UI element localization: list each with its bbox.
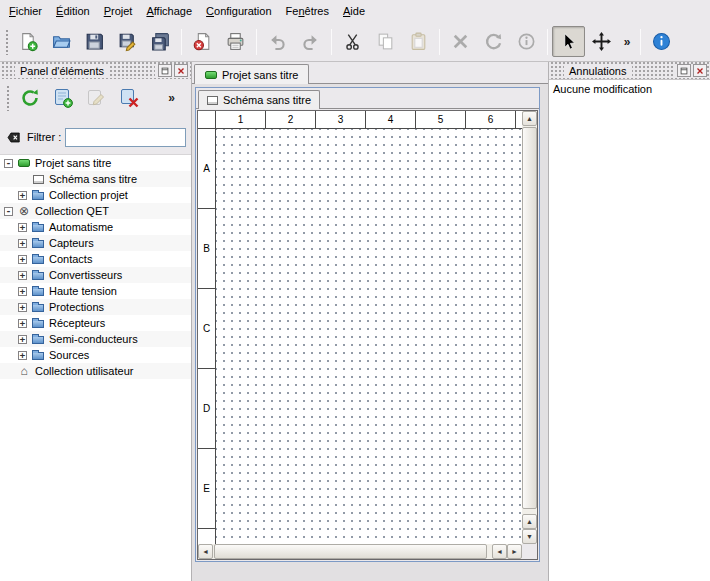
close-document-button[interactable] <box>186 26 219 57</box>
undo-panel-titlebar[interactable]: Annulations <box>549 62 710 79</box>
delete-button[interactable] <box>444 26 477 57</box>
tree-item-semi-conducteurs[interactable]: +Semi-conducteurs <box>0 331 191 347</box>
new-element-button[interactable] <box>46 82 79 114</box>
scroll-up-button[interactable]: ▲ <box>522 111 537 126</box>
redo-button[interactable] <box>294 26 327 57</box>
clear-filter-icon[interactable] <box>5 130 23 145</box>
tree-item-haute-tension[interactable]: +Haute tension <box>0 283 191 299</box>
horizontal-scroll-thumb[interactable] <box>214 544 487 559</box>
expander-minus-icon[interactable]: - <box>4 159 13 168</box>
undo-button[interactable] <box>261 26 294 57</box>
overflow-chevron-button[interactable]: » <box>155 82 188 114</box>
scroll-left-button[interactable]: ◄ <box>492 544 507 559</box>
tree-item-collection-utilisateur[interactable]: ⌂Collection utilisateur <box>0 363 191 379</box>
tree-item-capteurs[interactable]: +Capteurs <box>0 235 191 251</box>
edit-element-button[interactable] <box>79 82 112 114</box>
about-button[interactable] <box>645 26 678 57</box>
overflow-chevron-button[interactable]: » <box>618 26 636 57</box>
expander-plus-icon[interactable]: + <box>18 287 27 296</box>
expander-minus-icon[interactable]: - <box>4 207 13 216</box>
menu-configuration[interactable]: Configuration <box>199 1 278 21</box>
tree-item-label: Automatisme <box>49 221 113 233</box>
expander-plus-icon[interactable]: + <box>18 223 27 232</box>
new-document-button[interactable] <box>12 26 45 57</box>
expander-plus-icon[interactable]: + <box>18 191 27 200</box>
tree-item-contacts[interactable]: +Contacts <box>0 251 191 267</box>
scroll-up-button[interactable]: ▲ <box>522 514 537 529</box>
expander-plus-icon[interactable]: + <box>18 255 27 264</box>
element-info-icon <box>516 31 537 52</box>
elements-panel-titlebar[interactable]: Panel d'éléments <box>0 62 191 79</box>
expander-plus-icon[interactable]: + <box>18 303 27 312</box>
filter-input[interactable] <box>65 128 186 147</box>
folder-icon <box>31 285 45 297</box>
float-panel-button[interactable] <box>677 64 691 77</box>
tree-item-label: Semi-conducteurs <box>49 333 138 345</box>
folder-icon <box>31 269 45 281</box>
expander-plus-icon[interactable]: + <box>18 271 27 280</box>
filter-row: Filtrer : <box>0 125 191 149</box>
menu-fenetres[interactable]: Fenêtres <box>279 1 336 21</box>
tree-item-collection-projet[interactable]: +Collection projet <box>0 187 191 203</box>
elements-panel-toolbar: » <box>0 79 191 117</box>
move-view-button[interactable] <box>585 26 618 57</box>
ruler-column-2: 2 <box>266 111 316 128</box>
tree-item-projet-sans-titre[interactable]: -Projet sans titre <box>0 155 191 171</box>
undo-empty-item[interactable]: Aucune modification <box>549 80 710 98</box>
scroll-left-button[interactable]: ◄ <box>198 544 213 559</box>
main-area: Panel d'éléments » Filtrer : -Projet san… <box>0 62 710 581</box>
refresh-collections-button[interactable] <box>13 82 46 114</box>
tree-item-label: Haute tension <box>49 285 117 297</box>
float-panel-button[interactable] <box>158 64 172 77</box>
tree-item-recepteurs[interactable]: +Récepteurs <box>0 315 191 331</box>
horizontal-scrollbar[interactable]: ◄ ◄ ► <box>198 544 522 559</box>
element-tree: -Projet sans titreSchéma sans titre+Coll… <box>0 154 191 581</box>
column-ruler: 123456 <box>216 111 522 129</box>
tree-item-label: Collection utilisateur <box>35 365 133 377</box>
tree-item-label: Projet sans titre <box>35 157 111 169</box>
menu-affichage[interactable]: Affichage <box>139 1 199 21</box>
tree-item-convertisseurs[interactable]: +Convertisseurs <box>0 267 191 283</box>
menu-edition[interactable]: Édition <box>49 1 97 21</box>
schema-icon <box>207 96 218 105</box>
save-as-button[interactable] <box>111 26 144 57</box>
tree-item-collection-qet[interactable]: -⊗Collection QET <box>0 203 191 219</box>
rotate-button[interactable] <box>477 26 510 57</box>
element-info-button[interactable] <box>510 26 543 57</box>
tab-project[interactable]: Projet sans titre <box>194 64 309 84</box>
close-panel-button[interactable] <box>693 64 707 77</box>
delete-icon <box>450 31 471 52</box>
close-panel-button[interactable] <box>174 64 188 77</box>
menu-fichier[interactable]: Fichier <box>2 1 49 21</box>
tree-item-sources[interactable]: +Sources <box>0 347 191 363</box>
project-tabbar: Projet sans titre <box>192 62 548 84</box>
scroll-down-button[interactable]: ▼ <box>522 529 537 544</box>
paste-button[interactable] <box>402 26 435 57</box>
save-all-button[interactable] <box>144 26 177 57</box>
tree-item-protections[interactable]: +Protections <box>0 299 191 315</box>
tree-item-schema-sans-titre[interactable]: Schéma sans titre <box>0 171 191 187</box>
ruler-row-e: E <box>198 449 215 529</box>
expander-plus-icon[interactable]: + <box>18 351 27 360</box>
save-button[interactable] <box>78 26 111 57</box>
expander-plus-icon[interactable]: + <box>18 239 27 248</box>
menu-projet[interactable]: Projet <box>97 1 140 21</box>
vertical-scroll-thumb[interactable] <box>522 127 537 509</box>
expander-plus-icon[interactable]: + <box>18 335 27 344</box>
copy-button[interactable] <box>369 26 402 57</box>
open-project-button[interactable] <box>45 26 78 57</box>
menu-aide[interactable]: Aide <box>336 1 372 21</box>
print-button[interactable] <box>219 26 252 57</box>
scroll-right-button[interactable]: ► <box>507 544 522 559</box>
schematic-canvas[interactable] <box>216 129 522 544</box>
tab-schema[interactable]: Schéma sans titre <box>198 90 320 109</box>
toolbar-grip[interactable] <box>6 85 10 111</box>
cut-button[interactable] <box>336 26 369 57</box>
select-pointer-button[interactable] <box>552 26 585 57</box>
ruler-row-c: C <box>198 289 215 369</box>
delete-element-button[interactable] <box>112 82 145 114</box>
expander-plus-icon[interactable]: + <box>18 319 27 328</box>
vertical-scrollbar[interactable]: ▲ ▲ ▼ <box>522 111 537 544</box>
toolbar-grip[interactable] <box>5 29 9 55</box>
tree-item-automatisme[interactable]: +Automatisme <box>0 219 191 235</box>
